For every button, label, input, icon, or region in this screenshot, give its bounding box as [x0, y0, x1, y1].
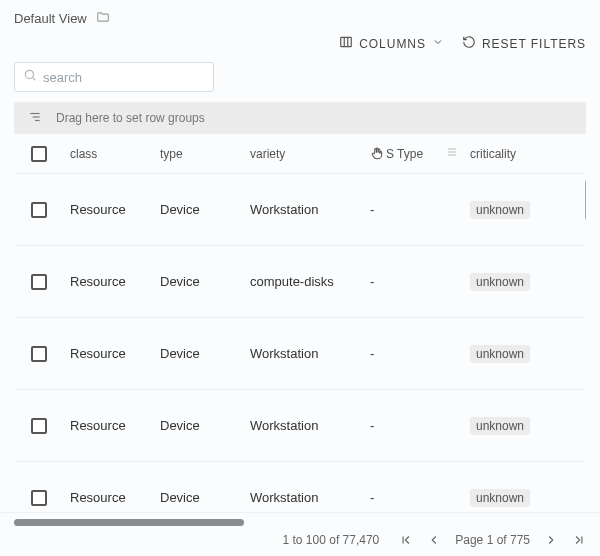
- criticality-badge: unknown: [470, 201, 530, 219]
- table-row: Resource Device compute-disks - unknown: [14, 246, 586, 318]
- cell-class: Resource: [64, 274, 154, 289]
- criticality-badge: unknown: [470, 417, 530, 435]
- prev-page-button[interactable]: [427, 533, 441, 547]
- columns-icon: [339, 35, 353, 52]
- cell-type: Device: [154, 274, 244, 289]
- cell-os-type: -: [364, 490, 464, 505]
- column-header-os-type-label: S Type: [386, 147, 423, 161]
- row-group-drop-zone[interactable]: Drag here to set row groups: [14, 102, 586, 134]
- row-checkbox[interactable]: [31, 202, 47, 218]
- page-title: Default View: [14, 11, 87, 26]
- criticality-badge: unknown: [470, 273, 530, 291]
- hand-cursor-icon: [370, 146, 384, 162]
- row-checkbox[interactable]: [31, 490, 47, 506]
- column-header-type[interactable]: type: [154, 147, 244, 161]
- chevron-down-icon: [432, 36, 444, 51]
- vertical-scrollbar-thumb[interactable]: [585, 180, 586, 220]
- cell-class: Resource: [64, 202, 154, 217]
- column-header-variety[interactable]: variety: [244, 147, 364, 161]
- row-checkbox[interactable]: [31, 274, 47, 290]
- cell-type: Device: [154, 202, 244, 217]
- search-icon: [23, 68, 37, 86]
- svg-point-3: [25, 70, 33, 78]
- column-header-criticality[interactable]: criticality: [464, 147, 554, 161]
- table-body: Resource Device Workstation - unknown Re…: [14, 174, 586, 512]
- reset-filters-label: RESET FILTERS: [482, 37, 586, 51]
- table-row: Resource Device Workstation - unknown: [14, 318, 586, 390]
- cell-os-type: -: [364, 346, 464, 361]
- cell-variety: Workstation: [244, 418, 364, 433]
- table-row: Resource Device Workstation - unknown: [14, 390, 586, 462]
- table-row: Resource Device Workstation - unknown: [14, 462, 586, 512]
- row-group-icon: [28, 110, 42, 127]
- pagination-range: 1 to 100 of 77,470: [283, 533, 380, 547]
- cell-variety: Workstation: [244, 490, 364, 505]
- refresh-icon: [462, 35, 476, 52]
- table-row: Resource Device Workstation - unknown: [14, 174, 586, 246]
- horizontal-scrollbar-thumb[interactable]: [14, 519, 244, 526]
- select-all-checkbox[interactable]: [31, 146, 47, 162]
- cell-os-type: -: [364, 274, 464, 289]
- criticality-badge: unknown: [470, 345, 530, 363]
- next-page-button[interactable]: [544, 533, 558, 547]
- row-checkbox[interactable]: [31, 418, 47, 434]
- cell-type: Device: [154, 418, 244, 433]
- cell-class: Resource: [64, 418, 154, 433]
- cell-class: Resource: [64, 346, 154, 361]
- cell-type: Device: [154, 346, 244, 361]
- table-header: class type variety S Type criticality: [14, 134, 586, 174]
- cell-os-type: -: [364, 202, 464, 217]
- cell-os-type: -: [364, 418, 464, 433]
- row-checkbox[interactable]: [31, 346, 47, 362]
- column-header-os-type[interactable]: S Type: [364, 145, 464, 162]
- folder-icon: [95, 10, 111, 27]
- cell-class: Resource: [64, 490, 154, 505]
- svg-rect-0: [341, 37, 352, 46]
- search-box[interactable]: [14, 62, 214, 92]
- column-menu-icon[interactable]: [446, 146, 458, 161]
- search-input[interactable]: [43, 70, 211, 85]
- column-header-class[interactable]: class: [64, 147, 154, 161]
- columns-label: COLUMNS: [359, 37, 426, 51]
- pagination-page: Page 1 of 775: [455, 533, 530, 547]
- columns-button[interactable]: COLUMNS: [339, 35, 444, 52]
- cell-variety: Workstation: [244, 202, 364, 217]
- cell-type: Device: [154, 490, 244, 505]
- row-group-hint: Drag here to set row groups: [56, 111, 205, 125]
- svg-line-4: [33, 78, 36, 81]
- criticality-badge: unknown: [470, 489, 530, 507]
- reset-filters-button[interactable]: RESET FILTERS: [462, 35, 586, 52]
- horizontal-scrollbar[interactable]: [14, 519, 586, 527]
- cell-variety: Workstation: [244, 346, 364, 361]
- last-page-button[interactable]: [572, 533, 586, 547]
- cell-variety: compute-disks: [244, 274, 364, 289]
- first-page-button[interactable]: [399, 533, 413, 547]
